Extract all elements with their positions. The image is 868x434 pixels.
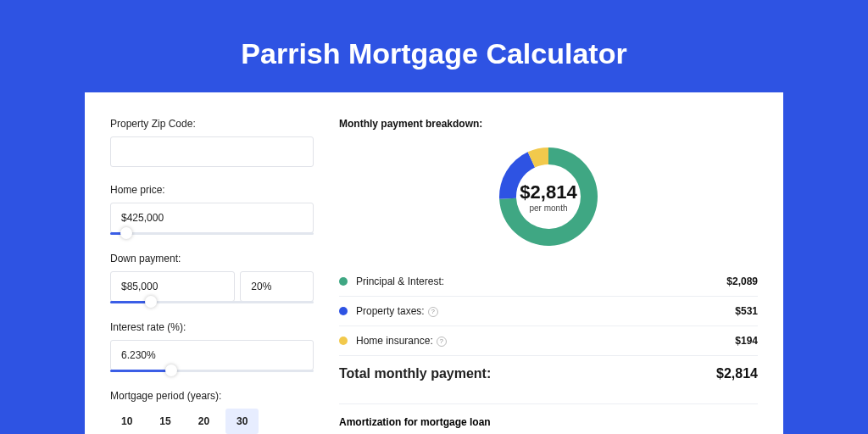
period-btn-30[interactable]: 30: [225, 409, 259, 434]
breakdown-panel: Monthly payment breakdown: $2,814 per mo…: [339, 118, 758, 434]
home-price-input[interactable]: [110, 203, 314, 233]
page-title: Parrish Mortgage Calculator: [0, 0, 868, 92]
breakdown-title: Monthly payment breakdown:: [339, 118, 758, 130]
breakdown-label: Property taxes:?: [356, 305, 735, 317]
donut-wrap: $2,814 per month: [339, 138, 758, 267]
down-payment-slider[interactable]: [110, 301, 314, 303]
period-btn-20[interactable]: 20: [187, 409, 220, 434]
legend-dot-icon: [339, 277, 348, 286]
help-icon[interactable]: ?: [437, 337, 447, 347]
down-payment-input[interactable]: [110, 271, 235, 302]
period-btn-15[interactable]: 15: [148, 409, 181, 434]
breakdown-label: Principal & Interest:: [356, 275, 726, 287]
legend-dot-icon: [339, 307, 348, 315]
breakdown-row: Principal & Interest:$2,089: [339, 267, 758, 296]
interest-rate-slider[interactable]: [110, 370, 314, 372]
zip-input[interactable]: [110, 136, 314, 167]
home-price-label: Home price:: [110, 184, 314, 196]
amortization-title: Amortization for mortgage loan: [339, 416, 758, 428]
field-home-price: Home price:: [110, 184, 314, 236]
breakdown-row: Home insurance:?$194: [339, 326, 758, 355]
zip-label: Property Zip Code:: [110, 118, 314, 130]
interest-rate-label: Interest rate (%):: [110, 321, 314, 333]
breakdown-label: Home insurance:?: [356, 335, 735, 347]
amortization-section: Amortization for mortgage loan Amortizat…: [339, 403, 758, 434]
home-price-slider[interactable]: [110, 232, 314, 235]
down-payment-pct-input[interactable]: [240, 271, 314, 302]
form-panel: Property Zip Code: Home price: Down paym…: [110, 118, 314, 434]
down-payment-label: Down payment:: [110, 253, 314, 264]
breakdown-value: $2,089: [726, 275, 758, 287]
calculator-card: Property Zip Code: Home price: Down paym…: [85, 92, 783, 434]
field-zip: Property Zip Code:: [110, 118, 314, 167]
donut-amount: $2,814: [520, 181, 576, 203]
total-value: $2,814: [716, 366, 758, 381]
mortgage-period-label: Mortgage period (years):: [110, 390, 314, 402]
breakdown-row: Property taxes:?$531: [339, 296, 758, 326]
breakdown-value: $194: [735, 335, 758, 347]
period-btn-10[interactable]: 10: [110, 409, 143, 434]
legend-dot-icon: [339, 337, 348, 345]
total-row: Total monthly payment: $2,814: [339, 355, 758, 392]
field-mortgage-period: Mortgage period (years): 10152030: [110, 390, 314, 434]
donut-sub: per month: [520, 203, 576, 213]
interest-rate-input[interactable]: [110, 340, 314, 370]
field-down-payment: Down payment:: [110, 253, 314, 304]
help-icon[interactable]: ?: [428, 307, 438, 317]
total-label: Total monthly payment:: [339, 366, 716, 381]
field-interest-rate: Interest rate (%):: [110, 321, 314, 373]
breakdown-value: $531: [735, 305, 758, 317]
